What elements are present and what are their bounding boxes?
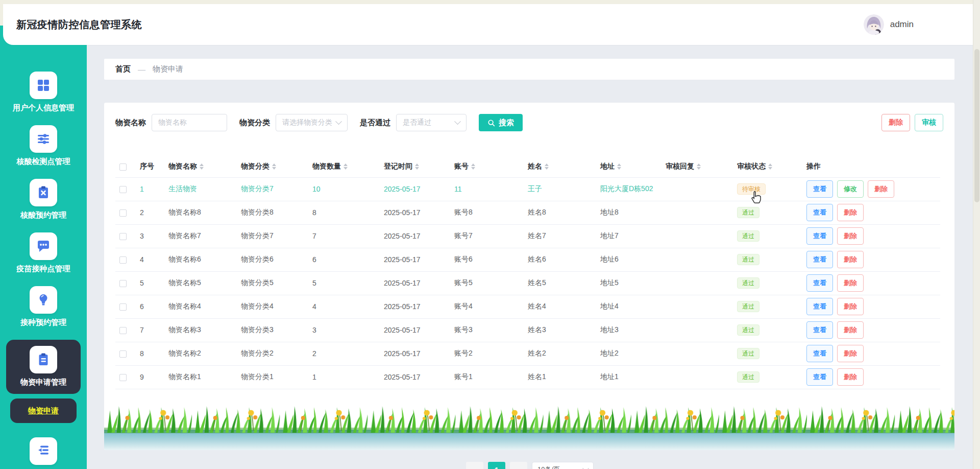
sidebar-item-4[interactable]: 接种预约管理 (6, 286, 81, 327)
row-checkbox[interactable] (119, 327, 127, 334)
row-checkbox[interactable] (119, 256, 127, 264)
view-button[interactable]: 查看 (806, 180, 833, 198)
sort-carets-icon[interactable] (415, 163, 420, 170)
sidebar-item-5[interactable]: 物资申请管理 (6, 340, 81, 394)
delete-button[interactable]: 删除 (868, 180, 894, 198)
column-header[interactable]: 审核回复 (662, 156, 733, 177)
avatar[interactable] (864, 14, 884, 35)
window-scrollbar-track[interactable] (973, 0, 980, 469)
sidebar-item-label: 物资申请管理 (20, 378, 66, 387)
row-checkbox[interactable] (119, 233, 127, 240)
sidebar-item-3[interactable]: 疫苗接种点管理 (6, 232, 81, 274)
delete-button[interactable]: 删除 (837, 298, 864, 315)
column-header-label: 登记时间 (384, 162, 412, 170)
cell-date: 2025-05-17 (380, 318, 450, 342)
sort-carets-icon[interactable] (617, 163, 622, 170)
row-checkbox[interactable] (119, 374, 127, 381)
cell-category: 物资分类3 (237, 318, 308, 342)
view-button[interactable]: 查看 (806, 368, 833, 386)
sort-carets-icon[interactable] (697, 163, 702, 170)
row-checkbox[interactable] (119, 350, 127, 358)
cell-index: 3 (136, 224, 164, 248)
column-header[interactable]: 地址 (596, 156, 662, 177)
sort-carets-icon[interactable] (344, 163, 349, 170)
column-header[interactable]: 物资分类 (237, 156, 308, 177)
delete-button[interactable]: 删除 (837, 227, 864, 245)
status-badge[interactable]: 通过 (737, 348, 760, 359)
cell-date: 2025-05-17 (380, 248, 450, 271)
page-size-select[interactable]: 10条/页 (532, 462, 594, 469)
status-badge[interactable]: 通过 (737, 254, 760, 265)
cell-category: 物资分类6 (237, 248, 308, 271)
column-header[interactable]: 账号 (450, 156, 524, 177)
collapse-sidebar-button[interactable] (30, 437, 57, 465)
pass-select[interactable]: 是否通过 (396, 114, 467, 131)
content-card: 物资名称 物资名称 物资分类 请选择物资分类 是否通过 是否通过 搜索 (104, 103, 954, 450)
pagination-prev-button[interactable]: ‹ (466, 462, 483, 469)
scrollbar-thumb[interactable] (974, 49, 979, 202)
delete-button[interactable]: 删除 (837, 345, 864, 362)
view-button[interactable]: 查看 (806, 345, 833, 362)
column-header[interactable]: 姓名 (524, 156, 596, 177)
breadcrumb-home[interactable]: 首页 (115, 64, 131, 74)
edit-button[interactable]: 修改 (837, 180, 864, 198)
sidebar-item-0[interactable]: 用户个人信息管理 (6, 72, 81, 113)
sort-carets-icon[interactable] (545, 163, 550, 170)
view-button[interactable]: 查看 (806, 321, 833, 339)
status-badge[interactable]: 通过 (737, 207, 760, 218)
category-select[interactable]: 请选择物资分类 (276, 114, 348, 131)
status-badge[interactable]: 通过 (737, 277, 760, 289)
column-header[interactable]: 物资数量 (308, 156, 380, 177)
sidebar-item-2[interactable]: 核酸预约管理 (6, 179, 81, 220)
column-header[interactable]: 登记时间 (380, 156, 450, 177)
view-button[interactable]: 查看 (806, 204, 833, 221)
column-header-label: 账号 (454, 162, 469, 170)
row-checkbox[interactable] (119, 280, 127, 287)
search-button[interactable]: 搜索 (479, 114, 523, 131)
select-all-checkbox[interactable] (119, 163, 127, 171)
view-button[interactable]: 查看 (806, 227, 833, 245)
status-badge[interactable]: 通过 (737, 230, 760, 242)
bulk-delete-button[interactable]: 删除 (881, 114, 910, 131)
sidebar: 用户个人信息管理核酸检测点管理核酸预约管理疫苗接种点管理接种预约管理物资申请管理… (0, 26, 87, 469)
status-badge[interactable]: 通过 (737, 301, 760, 312)
view-button[interactable]: 查看 (806, 251, 833, 268)
delete-button[interactable]: 删除 (837, 321, 864, 339)
delete-button[interactable]: 删除 (837, 251, 864, 268)
sort-carets-icon[interactable] (471, 163, 476, 170)
delete-button[interactable]: 删除 (837, 204, 864, 221)
sidebar-item-1[interactable]: 核酸检测点管理 (6, 125, 81, 167)
status-badge[interactable]: 通过 (737, 324, 760, 336)
cell-address: 地址3 (596, 318, 662, 342)
sidebar-item-label: 核酸检测点管理 (17, 157, 70, 167)
column-header[interactable]: 物资名称 (164, 156, 237, 177)
clipboard-lines-icon (30, 346, 57, 373)
cell-name: 物资名称2 (164, 342, 237, 365)
sort-carets-icon[interactable] (200, 163, 205, 170)
filter-row: 物资名称 物资名称 物资分类 请选择物资分类 是否通过 是否通过 搜索 (115, 103, 943, 131)
status-badge[interactable]: 通过 (737, 371, 760, 383)
row-checkbox[interactable] (119, 186, 127, 193)
cell-reply (662, 295, 733, 318)
column-header[interactable]: 审核状态 (733, 156, 802, 177)
delete-button[interactable]: 删除 (837, 274, 864, 292)
supply-name-input[interactable]: 物资名称 (152, 114, 227, 131)
delete-button[interactable]: 删除 (837, 368, 864, 386)
row-checkbox[interactable] (119, 209, 127, 217)
user-area[interactable]: admin (864, 14, 914, 35)
view-button[interactable]: 查看 (806, 298, 833, 315)
filter-name-label: 物资名称 (115, 118, 146, 128)
view-button[interactable]: 查看 (806, 274, 833, 292)
sidebar-submenu-supply-request[interactable]: 物资申请 (10, 398, 77, 423)
cell-reply (662, 271, 733, 295)
pagination-next-button[interactable]: › (510, 462, 527, 469)
pagination-page-1-button[interactable]: 1 (488, 462, 505, 469)
sort-carets-icon[interactable] (768, 163, 773, 170)
row-checkbox[interactable] (119, 303, 127, 311)
sort-carets-icon[interactable] (272, 163, 277, 170)
bulk-review-button[interactable]: 审核 (915, 114, 943, 131)
cell-reply (662, 224, 733, 248)
cell-index: 9 (136, 365, 164, 389)
cell-quantity: 2 (308, 342, 380, 365)
status-badge[interactable]: 待审核 (737, 183, 766, 195)
